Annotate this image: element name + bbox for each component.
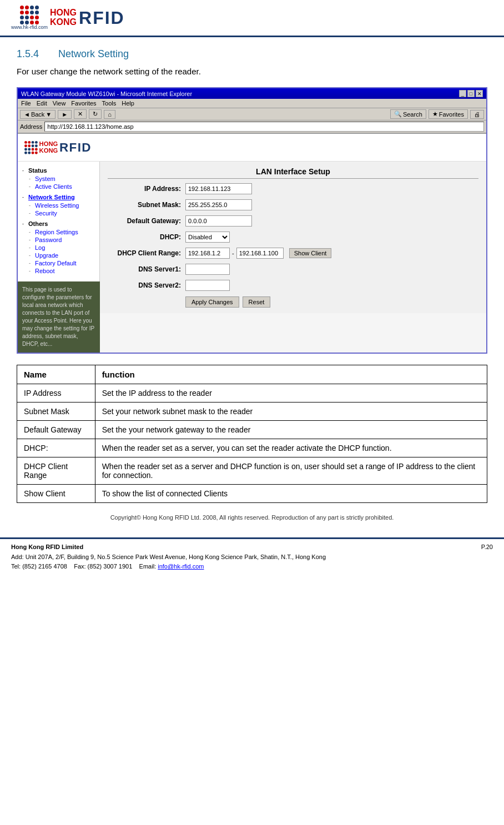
stop-button[interactable]: ✕	[74, 109, 87, 119]
menu-help[interactable]: Help	[122, 100, 134, 107]
sidebar-item-factory-default[interactable]: - Factory Default	[20, 259, 97, 267]
dot	[25, 11, 29, 14]
sidebar-item-log[interactable]: - Log	[20, 244, 97, 251]
collapse-icon: -	[22, 168, 27, 173]
show-client-button[interactable]: Show Client	[289, 248, 332, 258]
sidebar-item-system[interactable]: - System	[20, 175, 97, 183]
favorites-button[interactable]: ★ Favorites	[429, 109, 468, 119]
bullet-icon: -	[29, 245, 33, 250]
sidebar-header-status: - Status	[20, 166, 97, 175]
sidebar-link-factory-default[interactable]: Factory Default	[35, 260, 77, 266]
hk-text: HONG KONG	[50, 8, 77, 27]
menu-edit[interactable]: Edit	[37, 100, 47, 107]
main-content: 1.5.4 Network Setting For user change th…	[0, 37, 504, 537]
search-icon: 🔍	[394, 110, 402, 118]
page-logo-left	[24, 141, 38, 154]
dot	[28, 152, 31, 154]
back-dropdown-icon: ▼	[46, 111, 52, 118]
sidebar-link-security[interactable]: Security	[35, 210, 57, 217]
search-button[interactable]: 🔍 Search	[390, 109, 426, 119]
sidebar-item-password[interactable]: - Password	[20, 236, 97, 244]
sidebar-link-region[interactable]: Region Settings	[35, 229, 78, 235]
sidebar-link-wireless[interactable]: Wireless Setting	[35, 202, 79, 209]
bullet-icon: -	[29, 260, 33, 266]
table-cell-function: When the reader set as a server, you can…	[95, 439, 487, 457]
sidebar-item-upgrade[interactable]: - Upgrade	[20, 251, 97, 259]
bullet-icon: -	[29, 229, 33, 235]
footer-email-link[interactable]: info@hk-rfid.com	[158, 563, 204, 570]
page-rfid-text: RFID	[59, 140, 92, 155]
back-button[interactable]: ◄ Back ▼	[20, 110, 56, 119]
browser-controls[interactable]: _ □ ✕	[459, 90, 483, 97]
close-button[interactable]: ✕	[476, 90, 483, 97]
lan-input-gateway[interactable]	[185, 215, 252, 227]
sidebar-link-reboot[interactable]: Reboot	[35, 268, 54, 274]
section-number: 1.5.4	[17, 48, 39, 59]
section-title: Network Setting	[58, 48, 129, 59]
reset-button[interactable]: Reset	[243, 296, 271, 308]
lan-input-subnet[interactable]	[185, 199, 252, 210]
back-arrow-icon: ◄	[24, 111, 30, 118]
lan-input-dns1[interactable]	[185, 264, 230, 275]
table-cell-name: Show Client	[17, 485, 95, 503]
print-button[interactable]: 🖨	[470, 110, 484, 119]
lan-label-ip: IP Address:	[108, 185, 185, 193]
sidebar-header-others: - Others	[20, 219, 97, 228]
lan-title: LAN Interface Setup	[108, 167, 478, 179]
sidebar-link-system[interactable]: System	[35, 175, 56, 182]
page-logo-dots	[24, 141, 38, 154]
table-cell-function: To show the list of connected Clients	[95, 485, 487, 503]
dhcp-range-separator: -	[232, 250, 234, 256]
lan-label-dns1: DNS Server1:	[108, 265, 185, 273]
lan-label-gateway: Default Gateway:	[108, 217, 185, 225]
dot	[35, 6, 39, 9]
lan-input-dns2[interactable]	[185, 280, 230, 291]
sidebar-link-active-clients[interactable]: Active Clients	[35, 183, 72, 190]
forward-button[interactable]: ►	[58, 110, 72, 119]
minimize-button[interactable]: _	[459, 90, 466, 97]
table-cell-function: Set your network subnet mask to the read…	[95, 403, 487, 421]
sidebar-link-password[interactable]: Password	[35, 237, 62, 243]
sidebar-header-network: - Network Setting	[20, 193, 97, 202]
bullet-icon: -	[29, 210, 33, 216]
sidebar-item-wireless[interactable]: - Wireless Setting	[20, 202, 97, 209]
home-button[interactable]: ⌂	[104, 110, 115, 119]
sidebar-item-active-clients[interactable]: - Active Clients	[20, 183, 97, 190]
description-panel: This page is used to configure the param…	[18, 281, 100, 353]
footer-tel: Tel: (852) 2165 4708	[11, 563, 67, 570]
sidebar-item-security[interactable]: - Security	[20, 209, 97, 217]
copyright-text: Copyright© Hong Kong RFID Ltd. 2008, All…	[17, 514, 487, 521]
table-row: IP Address Set the IP address to the rea…	[17, 384, 487, 403]
dhcp-range-end[interactable]	[236, 248, 284, 259]
menu-tools[interactable]: Tools	[102, 100, 117, 107]
dhcp-range-start[interactable]	[185, 248, 230, 259]
lan-select-dhcp[interactable]: Disabled Enabled	[185, 232, 230, 243]
apply-changes-button[interactable]: Apply Changes	[185, 296, 239, 308]
sidebar-item-reboot[interactable]: - Reboot	[20, 267, 97, 275]
lan-input-ip[interactable]	[185, 183, 252, 194]
maximize-button[interactable]: □	[467, 90, 475, 97]
address-input[interactable]: http://192.168.11.123/home.asp	[44, 122, 484, 132]
lan-label-dns2: DNS Server2:	[108, 281, 185, 289]
dot	[32, 141, 34, 144]
table-row: Default Gateway Set the your network gat…	[17, 421, 487, 439]
sidebar-link-upgrade[interactable]: Upgrade	[35, 252, 58, 259]
sidebar-link-log[interactable]: Log	[35, 244, 45, 251]
dot	[24, 152, 27, 154]
dot	[20, 11, 24, 14]
dot	[35, 11, 39, 14]
footer-contact: Tel: (852) 2165 4708 Fax: (852) 3007 190…	[11, 562, 493, 572]
table-header-name: Name	[17, 365, 95, 384]
dot	[35, 141, 38, 144]
menu-file[interactable]: File	[21, 100, 31, 107]
dot	[30, 11, 34, 14]
refresh-button[interactable]: ↻	[89, 109, 102, 119]
dot	[20, 16, 24, 19]
sidebar-link-network-setting[interactable]: Network Setting	[28, 194, 75, 200]
menu-favorites[interactable]: Favorites	[71, 100, 96, 107]
sidebar-item-region[interactable]: - Region Settings	[20, 228, 97, 236]
dot	[35, 16, 39, 19]
browser-title: WLAN Gateway Module WIZ610wi - Microsoft…	[21, 90, 192, 97]
menu-view[interactable]: View	[53, 100, 66, 107]
lan-setup-panel: LAN Interface Setup IP Address: Subnet M…	[100, 162, 486, 353]
